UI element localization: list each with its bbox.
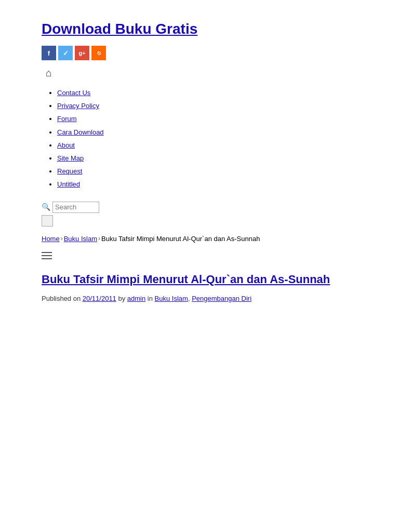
site-title: Download Buku Gratis	[42, 21, 357, 37]
published-prefix: Published on	[42, 295, 83, 302]
nav-item-forum: Forum	[57, 112, 357, 125]
main-nav: Contact Us Privacy Policy Forum Cara Dow…	[42, 86, 357, 191]
nav-item-untitled: Untitled	[57, 178, 357, 191]
search-magnifier-icon: 🔍	[42, 203, 50, 211]
article-meta: Published on 20/11/2011 by admin in Buku…	[42, 295, 357, 302]
twitter-icon[interactable]: ✓	[58, 46, 73, 60]
by-text: by	[116, 295, 127, 302]
breadcrumb-home[interactable]: Home	[42, 235, 60, 243]
nav-link-request[interactable]: Request	[57, 167, 82, 175]
search-wrapper: 🔍	[42, 202, 357, 213]
breadcrumb-separator-1: ›	[61, 235, 63, 242]
svg-rect-2	[42, 258, 52, 259]
nav-link-about[interactable]: About	[57, 141, 75, 149]
nav-link-forum[interactable]: Forum	[57, 115, 77, 123]
article-date[interactable]: 20/11/2011	[83, 295, 116, 302]
nav-link-untitled[interactable]: Untitled	[57, 180, 80, 188]
nav-item-about: About	[57, 139, 357, 152]
nav-list: Contact Us Privacy Policy Forum Cara Dow…	[57, 86, 357, 191]
article-title: Buku Tafsir Mimpi Menurut Al-Qur`an dan …	[42, 273, 357, 286]
rss-icon[interactable]: ⍉	[91, 46, 106, 60]
nav-item-cara-download: Cara Download	[57, 126, 357, 139]
breadcrumb: Home › Buku Islam › Buku Tafsir Mimpi Me…	[42, 235, 357, 243]
nav-link-contact[interactable]: Contact Us	[57, 89, 90, 97]
nav-item-request: Request	[57, 165, 357, 178]
nav-link-privacy[interactable]: Privacy Policy	[57, 102, 99, 110]
social-icons-row: f ✓ g+ ⍉	[42, 46, 357, 60]
article-category2[interactable]: Pengembangan Diri	[192, 295, 251, 302]
list-view-icon[interactable]	[42, 251, 52, 262]
svg-rect-1	[42, 255, 52, 256]
search-button[interactable]	[42, 215, 53, 227]
nav-item-contact: Contact Us	[57, 86, 357, 99]
breadcrumb-separator-2: ›	[98, 235, 100, 242]
in-text: in	[145, 295, 154, 302]
search-section: 🔍	[42, 202, 357, 227]
site-title-link[interactable]: Download Buku Gratis	[42, 21, 197, 37]
article-author[interactable]: admin	[127, 295, 145, 302]
article-title-link[interactable]: Buku Tafsir Mimpi Menurut Al-Qur`an dan …	[42, 273, 330, 286]
svg-rect-0	[42, 252, 52, 253]
nav-item-privacy: Privacy Policy	[57, 99, 357, 112]
gplus-icon[interactable]: g+	[75, 46, 89, 60]
search-input[interactable]	[52, 202, 99, 213]
article-category1[interactable]: Buku Islam	[155, 295, 188, 302]
breadcrumb-category[interactable]: Buku Islam	[64, 235, 97, 243]
home-icon[interactable]: ⌂	[42, 65, 56, 80]
nav-link-sitemap[interactable]: Site Map	[57, 154, 84, 162]
facebook-icon[interactable]: f	[42, 46, 56, 60]
nav-link-cara-download[interactable]: Cara Download	[57, 128, 104, 136]
nav-item-sitemap: Site Map	[57, 152, 357, 165]
breadcrumb-current: Buku Tafsir Mimpi Menurut Al-Qur`an dan …	[101, 235, 260, 243]
